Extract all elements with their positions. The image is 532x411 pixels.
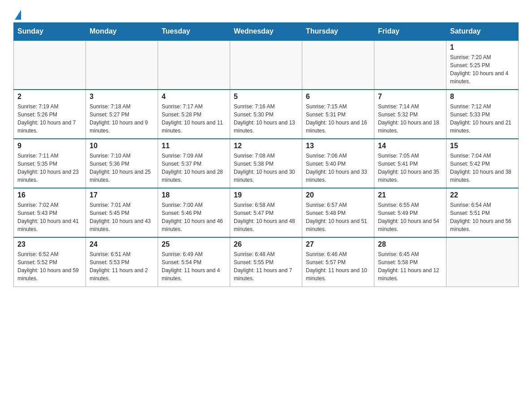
calendar-table: SundayMondayTuesdayWednesdayThursdayFrid…: [13, 22, 519, 287]
day-info: Sunrise: 7:00 AMSunset: 5:46 PMDaylight:…: [162, 201, 226, 233]
calendar-cell: [374, 40, 446, 90]
logo-triangle-icon: [15, 10, 21, 20]
day-number: 23: [17, 240, 82, 248]
calendar-cell: 19Sunrise: 6:58 AMSunset: 5:47 PMDayligh…: [230, 188, 302, 237]
day-info: Sunrise: 7:04 AMSunset: 5:42 PMDaylight:…: [450, 152, 515, 184]
calendar-header-sunday: Sunday: [14, 23, 86, 41]
calendar-cell: 12Sunrise: 7:08 AMSunset: 5:38 PMDayligh…: [230, 139, 302, 188]
day-info: Sunrise: 6:46 AMSunset: 5:57 PMDaylight:…: [306, 250, 370, 283]
calendar-cell: 26Sunrise: 6:48 AMSunset: 5:55 PMDayligh…: [230, 237, 302, 287]
day-info: Sunrise: 7:16 AMSunset: 5:30 PMDaylight:…: [234, 103, 298, 135]
day-info: Sunrise: 7:12 AMSunset: 5:33 PMDaylight:…: [450, 103, 515, 135]
day-number: 10: [90, 142, 154, 150]
day-info: Sunrise: 6:49 AMSunset: 5:54 PMDaylight:…: [162, 250, 226, 283]
calendar-cell: 3Sunrise: 7:18 AMSunset: 5:27 PMDaylight…: [86, 90, 158, 139]
calendar-cell: 1Sunrise: 7:20 AMSunset: 5:25 PMDaylight…: [446, 40, 519, 90]
day-number: 8: [450, 93, 515, 101]
calendar-cell: 24Sunrise: 6:51 AMSunset: 5:53 PMDayligh…: [86, 237, 158, 287]
day-info: Sunrise: 6:54 AMSunset: 5:51 PMDaylight:…: [450, 201, 515, 233]
day-number: 27: [306, 240, 370, 248]
day-number: 1: [450, 43, 515, 51]
calendar-cell: 6Sunrise: 7:15 AMSunset: 5:31 PMDaylight…: [302, 90, 374, 139]
day-info: Sunrise: 7:05 AMSunset: 5:41 PMDaylight:…: [378, 152, 442, 184]
calendar-cell: 2Sunrise: 7:19 AMSunset: 5:26 PMDaylight…: [14, 90, 86, 139]
day-info: Sunrise: 6:45 AMSunset: 5:58 PMDaylight:…: [378, 250, 442, 283]
day-info: Sunrise: 7:19 AMSunset: 5:26 PMDaylight:…: [17, 103, 82, 135]
calendar-week-row: 2Sunrise: 7:19 AMSunset: 5:26 PMDaylight…: [14, 90, 519, 139]
day-info: Sunrise: 7:18 AMSunset: 5:27 PMDaylight:…: [90, 103, 154, 135]
calendar-cell: 9Sunrise: 7:11 AMSunset: 5:35 PMDaylight…: [14, 139, 86, 188]
logo: [13, 9, 21, 18]
day-number: 28: [378, 240, 442, 248]
calendar-cell: 8Sunrise: 7:12 AMSunset: 5:33 PMDaylight…: [446, 90, 519, 139]
calendar-cell: [158, 40, 230, 90]
day-number: 7: [378, 93, 442, 101]
day-number: 12: [234, 142, 298, 150]
day-info: Sunrise: 7:01 AMSunset: 5:45 PMDaylight:…: [90, 201, 154, 233]
calendar-cell: 27Sunrise: 6:46 AMSunset: 5:57 PMDayligh…: [302, 237, 374, 287]
calendar-header-thursday: Thursday: [302, 23, 374, 41]
calendar-week-row: 1Sunrise: 7:20 AMSunset: 5:25 PMDaylight…: [14, 40, 519, 90]
calendar-cell: 4Sunrise: 7:17 AMSunset: 5:28 PMDaylight…: [158, 90, 230, 139]
calendar-cell: 28Sunrise: 6:45 AMSunset: 5:58 PMDayligh…: [374, 237, 446, 287]
day-info: Sunrise: 6:48 AMSunset: 5:55 PMDaylight:…: [234, 250, 298, 283]
day-info: Sunrise: 6:51 AMSunset: 5:53 PMDaylight:…: [90, 250, 154, 283]
day-number: 19: [234, 191, 298, 199]
calendar-cell: 11Sunrise: 7:09 AMSunset: 5:37 PMDayligh…: [158, 139, 230, 188]
calendar-header-friday: Friday: [374, 23, 446, 41]
calendar-cell: [302, 40, 374, 90]
day-number: 3: [90, 93, 154, 101]
calendar-week-row: 16Sunrise: 7:02 AMSunset: 5:43 PMDayligh…: [14, 188, 519, 237]
day-number: 4: [162, 93, 226, 101]
calendar-cell: 21Sunrise: 6:55 AMSunset: 5:49 PMDayligh…: [374, 188, 446, 237]
day-number: 25: [162, 240, 226, 248]
calendar-cell: 14Sunrise: 7:05 AMSunset: 5:41 PMDayligh…: [374, 139, 446, 188]
page-header: [13, 9, 519, 18]
day-info: Sunrise: 7:15 AMSunset: 5:31 PMDaylight:…: [306, 103, 370, 135]
day-number: 13: [306, 142, 370, 150]
day-number: 15: [450, 142, 515, 150]
calendar-week-row: 23Sunrise: 6:52 AMSunset: 5:52 PMDayligh…: [14, 237, 519, 287]
day-number: 22: [450, 191, 515, 199]
day-info: Sunrise: 7:14 AMSunset: 5:32 PMDaylight:…: [378, 103, 442, 135]
calendar-cell: 20Sunrise: 6:57 AMSunset: 5:48 PMDayligh…: [302, 188, 374, 237]
day-number: 14: [378, 142, 442, 150]
day-number: 20: [306, 191, 370, 199]
day-number: 5: [234, 93, 298, 101]
calendar-cell: [446, 237, 519, 287]
calendar-header-wednesday: Wednesday: [230, 23, 302, 41]
calendar-cell: 23Sunrise: 6:52 AMSunset: 5:52 PMDayligh…: [14, 237, 86, 287]
day-number: 11: [162, 142, 226, 150]
day-info: Sunrise: 7:06 AMSunset: 5:40 PMDaylight:…: [306, 152, 370, 184]
day-info: Sunrise: 6:52 AMSunset: 5:52 PMDaylight:…: [17, 250, 82, 283]
day-info: Sunrise: 7:02 AMSunset: 5:43 PMDaylight:…: [17, 201, 82, 233]
calendar-header-row: SundayMondayTuesdayWednesdayThursdayFrid…: [14, 23, 519, 41]
calendar-cell: 7Sunrise: 7:14 AMSunset: 5:32 PMDaylight…: [374, 90, 446, 139]
calendar-cell: 15Sunrise: 7:04 AMSunset: 5:42 PMDayligh…: [446, 139, 519, 188]
day-number: 16: [17, 191, 82, 199]
calendar-week-row: 9Sunrise: 7:11 AMSunset: 5:35 PMDaylight…: [14, 139, 519, 188]
calendar-cell: 17Sunrise: 7:01 AMSunset: 5:45 PMDayligh…: [86, 188, 158, 237]
day-info: Sunrise: 6:58 AMSunset: 5:47 PMDaylight:…: [234, 201, 298, 233]
day-info: Sunrise: 6:55 AMSunset: 5:49 PMDaylight:…: [378, 201, 442, 233]
day-info: Sunrise: 7:09 AMSunset: 5:37 PMDaylight:…: [162, 152, 226, 184]
day-info: Sunrise: 6:57 AMSunset: 5:48 PMDaylight:…: [306, 201, 370, 233]
day-number: 9: [17, 142, 82, 150]
day-info: Sunrise: 7:10 AMSunset: 5:36 PMDaylight:…: [90, 152, 154, 184]
day-number: 6: [306, 93, 370, 101]
day-number: 18: [162, 191, 226, 199]
calendar-cell: 10Sunrise: 7:10 AMSunset: 5:36 PMDayligh…: [86, 139, 158, 188]
day-number: 21: [378, 191, 442, 199]
day-info: Sunrise: 7:11 AMSunset: 5:35 PMDaylight:…: [17, 152, 82, 184]
day-info: Sunrise: 7:17 AMSunset: 5:28 PMDaylight:…: [162, 103, 226, 135]
calendar-cell: 25Sunrise: 6:49 AMSunset: 5:54 PMDayligh…: [158, 237, 230, 287]
calendar-cell: 22Sunrise: 6:54 AMSunset: 5:51 PMDayligh…: [446, 188, 519, 237]
day-number: 17: [90, 191, 154, 199]
calendar-cell: [14, 40, 86, 90]
calendar-cell: [86, 40, 158, 90]
calendar-cell: 13Sunrise: 7:06 AMSunset: 5:40 PMDayligh…: [302, 139, 374, 188]
calendar-header-saturday: Saturday: [446, 23, 519, 41]
calendar-cell: 18Sunrise: 7:00 AMSunset: 5:46 PMDayligh…: [158, 188, 230, 237]
calendar-cell: 16Sunrise: 7:02 AMSunset: 5:43 PMDayligh…: [14, 188, 86, 237]
calendar-header-monday: Monday: [86, 23, 158, 41]
